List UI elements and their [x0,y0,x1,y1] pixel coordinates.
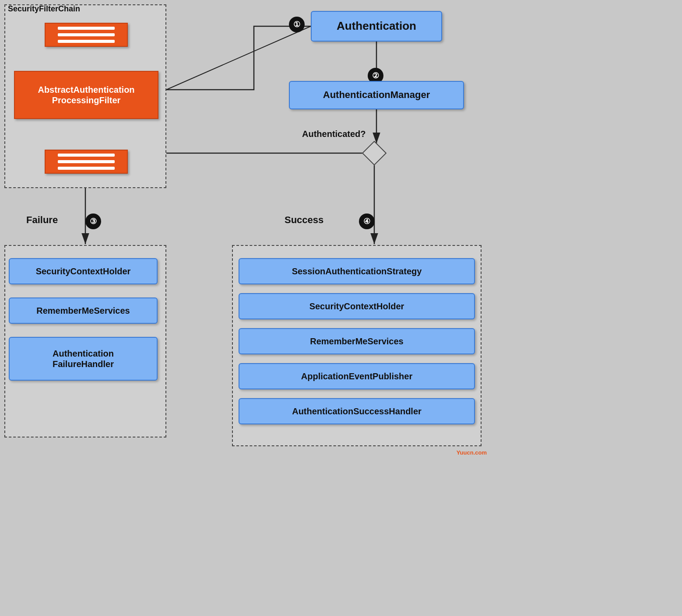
authentication-manager-label: AuthenticationManager [323,89,430,101]
remember-me-services-success: RememberMeServices [239,328,475,354]
authentication-label: Authentication [337,19,416,33]
auth-failure-handler-label: AuthenticationFailureHandler [53,348,114,369]
security-context-holder-success-label: SecurityContextHolder [309,301,404,312]
filter-bottom-box [45,150,128,174]
filter-top-box [45,23,128,47]
authenticated-question: Authenticated? [302,129,366,139]
security-filter-chain-label: SecurityFilterChain [8,4,80,14]
orange-line [58,167,115,170]
security-filter-chain-box: SecurityFilterChain AbstractAuthenticati… [4,4,166,188]
app-event-publisher-box: ApplicationEventPublisher [239,363,475,389]
svg-line-4 [166,26,311,90]
authentication-box: Authentication [311,11,442,42]
auth-success-handler-box: AuthenticationSuccessHandler [239,398,475,424]
badge-3: ③ [85,214,101,229]
authentication-manager-box: AuthenticationManager [289,81,464,109]
abstract-auth-processing-filter-box: AbstractAuthenticationProcessingFilter [14,71,158,119]
success-label: Success [285,214,323,226]
security-context-holder-success: SecurityContextHolder [239,293,475,319]
remember-me-services-failure: RememberMeServices [9,298,158,324]
session-auth-strategy-box: SessionAuthenticationStrategy [239,258,475,284]
failure-label: Failure [26,214,58,226]
security-context-holder-failure-label: SecurityContextHolder [36,266,131,276]
remember-me-services-success-label: RememberMeServices [310,336,403,346]
auth-failure-handler-box: AuthenticationFailureHandler [9,337,158,381]
abstract-auth-label: AbstractAuthenticationProcessingFilter [38,84,134,105]
watermark: Yuucn.com [457,449,487,456]
security-context-holder-failure: SecurityContextHolder [9,258,158,284]
session-auth-strategy-label: SessionAuthenticationStrategy [292,266,422,276]
orange-lines-top [58,27,115,43]
orange-line [58,154,115,157]
orange-line [58,160,115,163]
remember-me-services-failure-label: RememberMeServices [36,305,130,316]
badge-4: ④ [359,214,375,229]
orange-line [58,40,115,43]
orange-line [58,33,115,36]
diagram-container: SecurityFilterChain AbstractAuthenticati… [0,0,490,459]
auth-success-handler-label: AuthenticationSuccessHandler [292,406,422,416]
badge-1: ① [289,17,305,32]
orange-line [58,27,115,30]
decision-diamond [362,141,387,166]
app-event-publisher-label: ApplicationEventPublisher [301,371,412,382]
orange-lines-bottom [58,154,115,170]
